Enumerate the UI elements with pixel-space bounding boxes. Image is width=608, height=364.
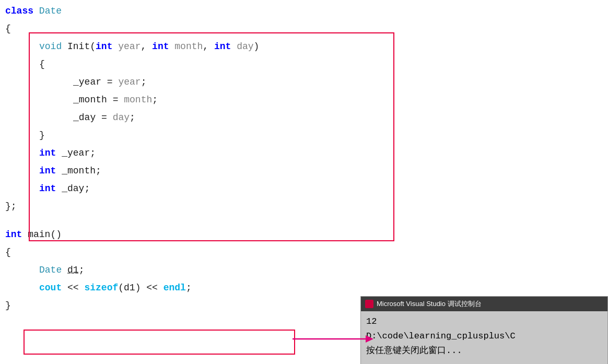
keyword-int-month: int xyxy=(39,162,56,180)
code-line-main-open: { xyxy=(0,243,608,261)
svg-marker-1 xyxy=(366,335,373,343)
cout-highlight-box xyxy=(24,330,295,355)
endl-keyword: endl xyxy=(163,279,186,297)
code-line-cout: cout << sizeof ( d1 ) << endl ; xyxy=(0,279,608,297)
type-date: Date xyxy=(39,261,62,279)
cout-keyword: cout xyxy=(39,279,62,297)
code-line-assign-month: _month = month ; xyxy=(0,91,608,109)
brace-open-1: { xyxy=(5,20,11,38)
console-line-3: 按任意键关闭此窗口... xyxy=(366,344,602,358)
keyword-int-main: int xyxy=(5,226,22,243)
code-line-empty xyxy=(0,215,608,226)
keyword-int-2: int xyxy=(152,38,169,55)
space xyxy=(33,2,39,20)
keyword-class: class xyxy=(5,2,33,20)
code-line-class-end: }; xyxy=(0,197,608,215)
param-year: year xyxy=(118,38,141,55)
console-line-2: D:\code\learning_cplusplus\C xyxy=(366,329,602,344)
param-day: day xyxy=(237,38,253,55)
console-titlebar: Microsoft Visual Studio 调试控制台 xyxy=(361,297,607,311)
arrow-annotation xyxy=(293,331,376,347)
class-name: Date xyxy=(39,2,62,20)
code-editor: class Date { void Init( int year , int m… xyxy=(0,2,608,364)
keyword-int-year: int xyxy=(39,144,56,162)
keyword-int-1: int xyxy=(96,38,112,55)
code-line-brace-close-method: } xyxy=(0,126,608,144)
code-line-brace-open: { xyxy=(0,55,608,73)
console-icon xyxy=(365,300,373,308)
code-line-assign-year: _year = year ; xyxy=(0,73,608,91)
console-title: Microsoft Visual Studio 调试控制台 xyxy=(377,299,482,309)
keyword-int-day: int xyxy=(39,180,56,197)
sizeof-keyword: sizeof xyxy=(84,279,118,297)
code-line-class: class Date xyxy=(0,2,608,20)
code-line-member-day: int _day; xyxy=(0,180,608,197)
var-d1: d1 xyxy=(67,265,79,275)
keyword-void: void xyxy=(39,38,62,55)
code-line-main: int main() xyxy=(0,226,608,243)
console-window: Microsoft Visual Studio 调试控制台 12 D:\code… xyxy=(360,296,608,364)
console-line-1: 12 xyxy=(366,314,602,329)
code-line-date-d1: Date d1; xyxy=(0,261,608,279)
code-line-member-month: int _month; xyxy=(0,162,608,180)
code-line-open-brace1: { xyxy=(0,20,608,38)
keyword-int-3: int xyxy=(214,38,231,55)
code-line-method: void Init( int year , int month , int da… xyxy=(0,38,608,55)
code-line-member-year: int _year; xyxy=(0,144,608,162)
code-line-assign-day: _day = day ; xyxy=(0,109,608,126)
console-body: 12 D:\code\learning_cplusplus\C 按任意键关闭此窗… xyxy=(361,311,607,364)
param-month: month xyxy=(174,38,203,55)
